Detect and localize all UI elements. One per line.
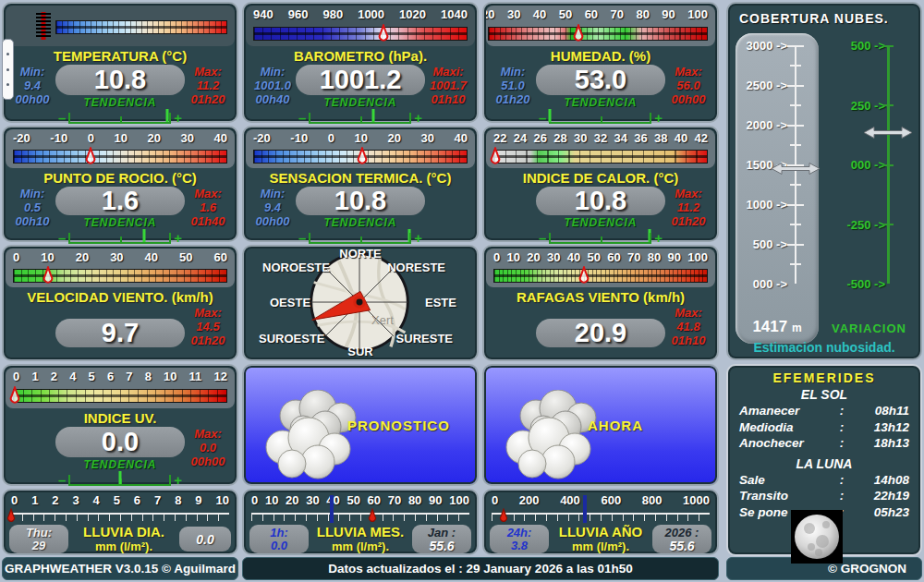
altitude-scale-label: 000 -> bbox=[753, 277, 787, 291]
compass-label-sur: SUR bbox=[347, 345, 372, 358]
side-slider-handle[interactable] bbox=[2, 39, 14, 100]
lluvia-dia-ruler bbox=[11, 513, 229, 524]
min-label: Min: bbox=[9, 187, 55, 200]
lluvia-dia-date-box: Thu: 29 bbox=[9, 525, 68, 553]
max-value: 11.2 bbox=[665, 200, 711, 214]
temperatura-scale bbox=[6, 6, 235, 46]
lluvia-ano-24h-box: 24h: 3.8 bbox=[490, 525, 549, 553]
temperatura-title: TEMPERATURA (°C) bbox=[4, 48, 237, 64]
minus-sign: – bbox=[539, 232, 546, 244]
scale-label: 20 bbox=[286, 493, 298, 507]
scale-label: 0 bbox=[13, 250, 19, 264]
rain-title-line: LLUVIA DIA. bbox=[68, 525, 179, 540]
variation-scale-label: 250 -> bbox=[851, 98, 885, 112]
rain-value: 0.0 bbox=[196, 533, 213, 546]
current-clouds-icon bbox=[492, 390, 612, 482]
scale-label: 60 bbox=[368, 493, 381, 507]
velocidad-min bbox=[9, 306, 55, 359]
hour-label: 1h: bbox=[270, 527, 288, 540]
scale-label: 3 bbox=[72, 493, 79, 507]
scale-label: 9 bbox=[195, 493, 201, 507]
scale-label: 800 bbox=[642, 493, 663, 507]
scale-label: -10 bbox=[50, 131, 67, 145]
min-value: 1001.0 bbox=[249, 79, 296, 92]
min-time: 00h10 bbox=[9, 214, 55, 228]
plus-sign: + bbox=[414, 232, 422, 244]
scale-label: 400 bbox=[560, 493, 580, 507]
compass-label-noroeste: NOROESTE bbox=[262, 261, 330, 274]
scale-label: 10 bbox=[265, 493, 278, 507]
min-time: 00h40 bbox=[249, 92, 296, 106]
scale-label: 40 bbox=[214, 131, 227, 145]
scale-label: 12 bbox=[214, 370, 227, 383]
lluvia-dia-needle bbox=[6, 508, 17, 528]
scale-ticks bbox=[14, 151, 226, 163]
scale-label: 80 bbox=[408, 493, 421, 507]
variacion-label: VARIACION bbox=[832, 321, 906, 335]
scale-label: 60 bbox=[213, 250, 226, 264]
punto-rocio-color-bar bbox=[13, 150, 227, 164]
moon-phase-image bbox=[791, 510, 843, 564]
humedad-scale: 2030405060708090100 bbox=[486, 6, 715, 46]
cloud-base-marker-arrow[interactable] bbox=[771, 163, 821, 180]
indice-calor-min bbox=[490, 187, 536, 244]
scale-label: 1 bbox=[31, 370, 38, 383]
scale-label: 28 bbox=[553, 131, 566, 145]
scale-label: 0 bbox=[13, 370, 19, 383]
humedad-min: Min: 51.0 01h20 bbox=[490, 65, 536, 124]
minus-sign: – bbox=[298, 112, 306, 124]
altitude-value: 1417 bbox=[752, 318, 787, 335]
variation-scale-label: 000 -> bbox=[851, 158, 885, 172]
sensacion-min: Min: 9.4 00h00 bbox=[249, 187, 296, 244]
max-label: Max: bbox=[185, 65, 231, 79]
lluvia-mes-hour-box: 1h: 0.0 bbox=[249, 525, 309, 553]
credit-text: © GROGNON bbox=[828, 562, 906, 576]
max-time: 01h10 bbox=[425, 92, 471, 106]
compass-label-suroeste: SUROESTE bbox=[259, 332, 325, 346]
rafagas-scale: 0102030405060708090100 bbox=[486, 249, 715, 287]
scale-label: 30 bbox=[421, 131, 434, 145]
velocidad-color-bar bbox=[13, 269, 227, 283]
variation-scale-label: -500 -> bbox=[846, 277, 885, 291]
scale-label: 6 bbox=[107, 370, 114, 383]
lluvia-ano-blue-marker bbox=[583, 495, 587, 523]
rain-value: 55.6 bbox=[429, 540, 454, 552]
compass-label-este: ESTE bbox=[425, 296, 456, 309]
rafagas-min bbox=[490, 306, 536, 359]
event-name: Mediodia bbox=[739, 419, 821, 436]
scale-label: 50 bbox=[588, 250, 601, 264]
max-time: 01h40 bbox=[185, 214, 231, 228]
event-time: 13h12 bbox=[863, 419, 909, 436]
temperatura-min: Min: 9.4 00h00 bbox=[9, 65, 55, 124]
thermometer-icon bbox=[33, 10, 54, 45]
moon-transit-row: Transito : 22h19 bbox=[728, 488, 920, 504]
update-status-text: Datos actualizados el : 29 January 2026 … bbox=[328, 562, 632, 576]
scale-label: 5 bbox=[114, 493, 120, 507]
scale-label: 0 bbox=[251, 493, 258, 507]
plus-sign: + bbox=[654, 232, 663, 244]
rain-unit-line: mm (l/m²). bbox=[68, 540, 179, 554]
lluvia-ano-needle bbox=[498, 508, 508, 528]
hour-value: 0.0 bbox=[271, 540, 287, 552]
scale-label: 30 bbox=[574, 131, 587, 145]
day-value: 29 bbox=[32, 540, 45, 552]
event-name: Transito bbox=[739, 488, 821, 504]
scale-ticks bbox=[489, 28, 707, 40]
scale-label: 200 bbox=[519, 493, 540, 507]
min-time: 00h00 bbox=[249, 214, 296, 228]
scale-label: 40 bbox=[567, 250, 580, 264]
moon-section-header: LA LUNA bbox=[728, 456, 920, 471]
scale-label: 7 bbox=[154, 493, 161, 507]
variation-marker-arrow[interactable] bbox=[863, 127, 913, 144]
minus-sign: – bbox=[58, 474, 66, 486]
min-label: Min: bbox=[249, 187, 296, 200]
scale-label: 20 bbox=[387, 131, 400, 145]
scale-ticks bbox=[14, 270, 226, 282]
scale-label: 30 bbox=[306, 493, 319, 507]
scale-ticks bbox=[494, 151, 707, 163]
plus-sign: + bbox=[654, 112, 663, 124]
altitude-scale-label: 1000 -> bbox=[747, 198, 787, 212]
punto-rocio-title: PUNTO DE ROCIO. (°C) bbox=[4, 170, 237, 186]
scale-label: 960 bbox=[288, 7, 309, 21]
plus-sign: + bbox=[414, 112, 422, 124]
